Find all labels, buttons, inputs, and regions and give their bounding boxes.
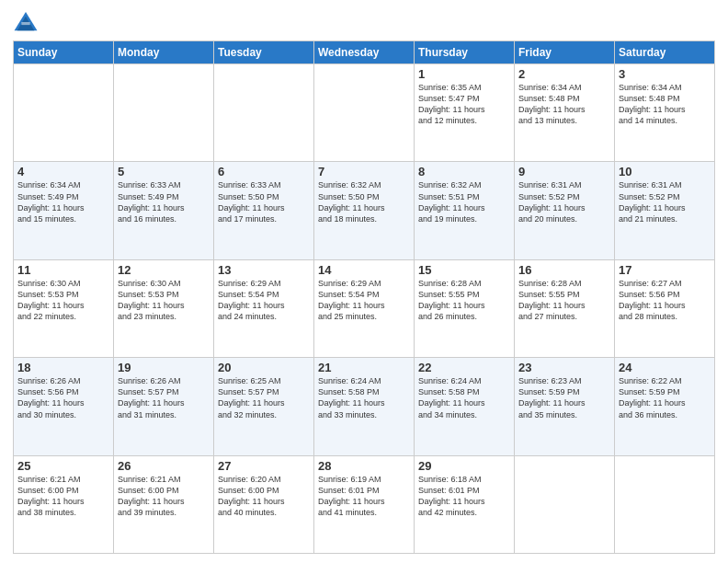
day-number: 17 [619, 263, 711, 277]
day-info: Sunrise: 6:33 AM Sunset: 5:49 PM Dayligh… [118, 179, 210, 224]
calendar-cell: 3Sunrise: 6:34 AM Sunset: 5:48 PM Daylig… [615, 64, 715, 162]
day-info: Sunrise: 6:23 AM Sunset: 5:59 PM Dayligh… [518, 375, 610, 420]
calendar-col-header: Saturday [615, 41, 715, 64]
calendar-cell: 24Sunrise: 6:22 AM Sunset: 5:59 PM Dayli… [615, 358, 715, 455]
day-info: Sunrise: 6:28 AM Sunset: 5:55 PM Dayligh… [418, 278, 510, 323]
calendar-cell: 13Sunrise: 6:29 AM Sunset: 5:54 PM Dayli… [214, 259, 314, 357]
day-info: Sunrise: 6:32 AM Sunset: 5:50 PM Dayligh… [318, 179, 410, 224]
calendar-cell: 10Sunrise: 6:31 AM Sunset: 5:52 PM Dayli… [615, 162, 715, 259]
calendar-col-header: Tuesday [214, 41, 314, 64]
calendar-cell: 27Sunrise: 6:20 AM Sunset: 6:00 PM Dayli… [214, 455, 314, 553]
page: SundayMondayTuesdayWednesdayThursdayFrid… [0, 0, 728, 563]
calendar-cell: 1Sunrise: 6:35 AM Sunset: 5:47 PM Daylig… [415, 64, 515, 162]
day-info: Sunrise: 6:33 AM Sunset: 5:50 PM Dayligh… [218, 179, 310, 224]
day-info: Sunrise: 6:18 AM Sunset: 6:01 PM Dayligh… [418, 474, 510, 519]
day-info: Sunrise: 6:27 AM Sunset: 5:56 PM Dayligh… [619, 278, 711, 323]
day-number: 9 [518, 165, 610, 178]
day-number: 2 [518, 67, 610, 81]
day-info: Sunrise: 6:34 AM Sunset: 5:49 PM Dayligh… [17, 179, 109, 224]
calendar-week-row: 4Sunrise: 6:34 AM Sunset: 5:49 PM Daylig… [14, 162, 715, 259]
calendar-cell: 7Sunrise: 6:32 AM Sunset: 5:50 PM Daylig… [314, 162, 415, 259]
calendar-table: SundayMondayTuesdayWednesdayThursdayFrid… [13, 40, 715, 554]
calendar-col-header: Sunday [14, 41, 114, 64]
day-info: Sunrise: 6:24 AM Sunset: 5:58 PM Dayligh… [318, 375, 410, 420]
calendar-cell: 23Sunrise: 6:23 AM Sunset: 5:59 PM Dayli… [515, 358, 615, 455]
day-info: Sunrise: 6:26 AM Sunset: 5:56 PM Dayligh… [17, 375, 109, 420]
calendar-cell: 2Sunrise: 6:34 AM Sunset: 5:48 PM Daylig… [515, 64, 615, 162]
day-info: Sunrise: 6:34 AM Sunset: 5:48 PM Dayligh… [619, 82, 711, 127]
day-number: 11 [17, 263, 109, 277]
calendar-cell: 12Sunrise: 6:30 AM Sunset: 5:53 PM Dayli… [114, 259, 214, 357]
day-number: 19 [118, 361, 210, 374]
calendar-header-row: SundayMondayTuesdayWednesdayThursdayFrid… [14, 41, 715, 64]
calendar-cell [314, 64, 415, 162]
day-info: Sunrise: 6:28 AM Sunset: 5:55 PM Dayligh… [518, 278, 610, 323]
calendar-cell [14, 64, 114, 162]
calendar-cell: 14Sunrise: 6:29 AM Sunset: 5:54 PM Dayli… [314, 259, 415, 357]
calendar-week-row: 18Sunrise: 6:26 AM Sunset: 5:56 PM Dayli… [14, 358, 715, 455]
day-number: 28 [318, 459, 410, 473]
calendar-cell: 9Sunrise: 6:31 AM Sunset: 5:52 PM Daylig… [515, 162, 615, 259]
calendar-cell: 15Sunrise: 6:28 AM Sunset: 5:55 PM Dayli… [415, 259, 515, 357]
day-info: Sunrise: 6:30 AM Sunset: 5:53 PM Dayligh… [118, 278, 210, 323]
day-info: Sunrise: 6:20 AM Sunset: 6:00 PM Dayligh… [218, 474, 310, 519]
calendar-week-row: 1Sunrise: 6:35 AM Sunset: 5:47 PM Daylig… [14, 64, 715, 162]
day-info: Sunrise: 6:25 AM Sunset: 5:57 PM Dayligh… [218, 375, 310, 420]
day-info: Sunrise: 6:22 AM Sunset: 5:59 PM Dayligh… [619, 375, 711, 420]
day-number: 23 [518, 361, 610, 374]
calendar-cell: 29Sunrise: 6:18 AM Sunset: 6:01 PM Dayli… [415, 455, 515, 553]
calendar-cell [214, 64, 314, 162]
day-info: Sunrise: 6:29 AM Sunset: 5:54 PM Dayligh… [218, 278, 310, 323]
logo-icon [13, 9, 39, 35]
day-number: 24 [619, 361, 711, 374]
calendar-cell: 21Sunrise: 6:24 AM Sunset: 5:58 PM Dayli… [314, 358, 415, 455]
day-number: 20 [218, 361, 310, 374]
calendar-cell: 8Sunrise: 6:32 AM Sunset: 5:51 PM Daylig… [415, 162, 515, 259]
day-number: 5 [118, 165, 210, 178]
day-info: Sunrise: 6:21 AM Sunset: 6:00 PM Dayligh… [118, 474, 210, 519]
calendar-cell: 20Sunrise: 6:25 AM Sunset: 5:57 PM Dayli… [214, 358, 314, 455]
calendar-cell: 6Sunrise: 6:33 AM Sunset: 5:50 PM Daylig… [214, 162, 314, 259]
day-number: 18 [17, 361, 109, 374]
logo [13, 9, 42, 35]
day-number: 6 [218, 165, 310, 178]
svg-rect-2 [21, 22, 29, 25]
calendar-cell: 28Sunrise: 6:19 AM Sunset: 6:01 PM Dayli… [314, 455, 415, 553]
day-info: Sunrise: 6:29 AM Sunset: 5:54 PM Dayligh… [318, 278, 410, 323]
calendar-cell: 16Sunrise: 6:28 AM Sunset: 5:55 PM Dayli… [515, 259, 615, 357]
day-info: Sunrise: 6:24 AM Sunset: 5:58 PM Dayligh… [418, 375, 510, 420]
calendar-cell: 26Sunrise: 6:21 AM Sunset: 6:00 PM Dayli… [114, 455, 214, 553]
day-number: 29 [418, 459, 510, 473]
header [13, 9, 715, 35]
calendar-week-row: 25Sunrise: 6:21 AM Sunset: 6:00 PM Dayli… [14, 455, 715, 553]
day-info: Sunrise: 6:30 AM Sunset: 5:53 PM Dayligh… [17, 278, 109, 323]
calendar-cell: 4Sunrise: 6:34 AM Sunset: 5:49 PM Daylig… [14, 162, 114, 259]
day-number: 21 [318, 361, 410, 374]
day-number: 13 [218, 263, 310, 277]
day-info: Sunrise: 6:19 AM Sunset: 6:01 PM Dayligh… [318, 474, 410, 519]
day-number: 16 [518, 263, 610, 277]
calendar-col-header: Friday [515, 41, 615, 64]
day-number: 12 [118, 263, 210, 277]
calendar-col-header: Monday [114, 41, 214, 64]
day-number: 3 [619, 67, 711, 81]
day-info: Sunrise: 6:32 AM Sunset: 5:51 PM Dayligh… [418, 179, 510, 224]
day-info: Sunrise: 6:26 AM Sunset: 5:57 PM Dayligh… [118, 375, 210, 420]
calendar-cell: 18Sunrise: 6:26 AM Sunset: 5:56 PM Dayli… [14, 358, 114, 455]
day-number: 15 [418, 263, 510, 277]
day-number: 10 [619, 165, 711, 178]
calendar-week-row: 11Sunrise: 6:30 AM Sunset: 5:53 PM Dayli… [14, 259, 715, 357]
day-number: 26 [118, 459, 210, 473]
calendar-cell: 25Sunrise: 6:21 AM Sunset: 6:00 PM Dayli… [14, 455, 114, 553]
calendar-cell [615, 455, 715, 553]
day-info: Sunrise: 6:31 AM Sunset: 5:52 PM Dayligh… [619, 179, 711, 224]
calendar-cell [515, 455, 615, 553]
calendar-cell [114, 64, 214, 162]
calendar-col-header: Thursday [415, 41, 515, 64]
calendar-col-header: Wednesday [314, 41, 415, 64]
day-number: 25 [17, 459, 109, 473]
day-info: Sunrise: 6:35 AM Sunset: 5:47 PM Dayligh… [418, 82, 510, 127]
day-info: Sunrise: 6:31 AM Sunset: 5:52 PM Dayligh… [518, 179, 610, 224]
calendar-cell: 19Sunrise: 6:26 AM Sunset: 5:57 PM Dayli… [114, 358, 214, 455]
day-number: 7 [318, 165, 410, 178]
